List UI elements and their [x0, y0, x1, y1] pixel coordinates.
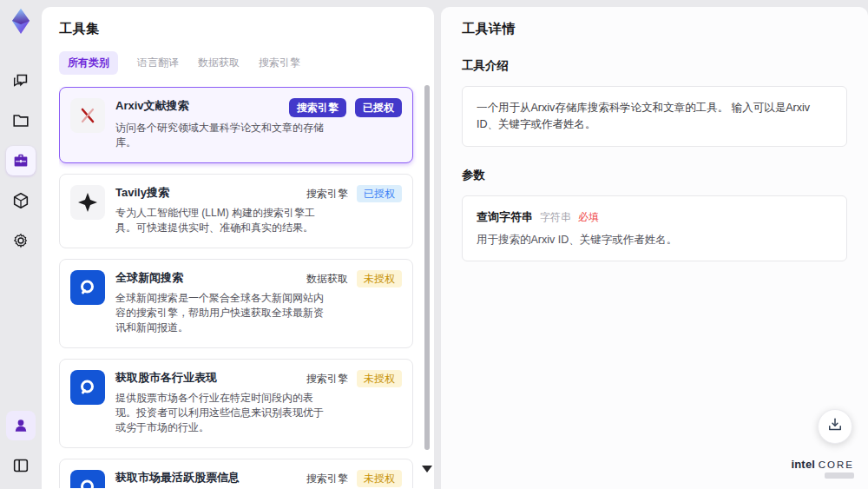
category-tab[interactable]: 语言翻译	[137, 51, 179, 75]
tool-name: 获取市场最活跃股票信息	[115, 470, 240, 485]
intel-product-text: CORE	[819, 459, 854, 470]
stock-sector-icon	[70, 370, 105, 405]
tool-name: Tavily搜索	[115, 185, 169, 200]
status-badge: 已授权	[357, 185, 402, 202]
category-tab[interactable]: 所有类别	[59, 51, 118, 75]
tool-list: Arxiv文献搜索 搜索引擎 已授权 访问各个研究领域大量科学论文和文章的存储库…	[59, 87, 417, 488]
status-badge: 未授权	[357, 370, 402, 387]
tavily-icon	[70, 185, 105, 220]
tool-description: 全球新闻搜索是一个聚合全球各大新闻网站内容的搜索引擎，帮助用户快速获取全球最新资…	[115, 291, 329, 335]
intro-heading: 工具介绍	[462, 58, 847, 74]
toolbox-icon	[11, 151, 30, 170]
app-logo[interactable]	[6, 7, 36, 36]
status-badge: 未授权	[357, 270, 402, 287]
tool-card[interactable]: Arxiv文献搜索 搜索引擎 已授权 访问各个研究领域大量科学论文和文章的存储库…	[59, 87, 413, 163]
chat-icon	[11, 71, 30, 90]
user-icon	[12, 417, 30, 434]
package-icon	[11, 191, 30, 210]
sidebar-item-chat[interactable]	[6, 66, 36, 96]
download-icon	[826, 416, 844, 437]
tool-name: 全球新闻搜索	[115, 270, 183, 285]
intro-text: 一个用于从Arxiv存储库搜索科学论文和文章的工具。 输入可以是Arxiv ID…	[477, 100, 832, 133]
params-heading: 参数	[462, 168, 847, 183]
param-name: 查询字符串	[477, 209, 533, 225]
panel-toggle-icon	[11, 456, 30, 475]
tool-detail-panel: 工具详情 工具介绍 一个用于从Arxiv存储库搜索科学论文和文章的工具。 输入可…	[441, 7, 868, 489]
param-description: 用于搜索的Arxiv ID、关键字或作者姓名。	[477, 233, 832, 248]
tool-list-panel: 工具集 所有类别 语言翻译 数据获取 搜索引擎 Arxiv文献搜索 搜索引擎 已…	[42, 7, 434, 489]
sidebar-item-files[interactable]	[6, 106, 36, 135]
param-card: 查询字符串 字符串 必填 用于搜索的Arxiv ID、关键字或作者姓名。	[462, 195, 847, 261]
global-news-icon	[70, 270, 105, 305]
param-required-badge: 必填	[578, 210, 599, 225]
sidebar-item-packages[interactable]	[6, 186, 36, 215]
settings-icon	[11, 231, 30, 250]
intro-box: 一个用于从Arxiv存储库搜索科学论文和文章的工具。 输入可以是Arxiv ID…	[462, 86, 847, 147]
intel-sub-badge	[825, 472, 854, 479]
category-badge: 搜索引擎	[306, 472, 348, 485]
category-badge: 搜索引擎	[289, 98, 346, 117]
category-badge: 搜索引擎	[306, 188, 348, 200]
tool-name: Arxiv文献搜索	[115, 98, 189, 113]
category-tab[interactable]: 搜索引擎	[259, 51, 300, 75]
tool-name: 获取股市各行业表现	[115, 370, 217, 385]
scrollbar	[424, 83, 430, 483]
sidebar-item-account[interactable]	[6, 411, 36, 440]
tool-card[interactable]: 获取市场最活跃股票信息 搜索引擎 未授权 提供当天交易量最高的股票列表，投资者可…	[59, 459, 413, 488]
param-type: 字符串	[540, 210, 571, 225]
status-badge: 未授权	[357, 470, 402, 487]
category-tab[interactable]: 数据获取	[198, 51, 240, 75]
sidebar-item-tools[interactable]	[6, 146, 36, 175]
category-badge: 数据获取	[306, 273, 348, 285]
param-list: 查询字符串 字符串 必填 用于搜索的Arxiv ID、关键字或作者姓名。	[462, 195, 847, 261]
detail-title: 工具详情	[462, 21, 847, 37]
tool-description: 专为人工智能代理 (LLM) 构建的搜索引擎工具。可快速提供实时、准确和真实的结…	[115, 206, 329, 235]
sidebar-rail	[0, 0, 42, 489]
tool-description: 访问各个研究领域大量科学论文和文章的存储库。	[115, 121, 329, 150]
tool-card[interactable]: 获取股市各行业表现 搜索引擎 未授权 提供股票市场各个行业在特定时间段内的表现。…	[59, 359, 413, 448]
scroll-down-icon[interactable]	[422, 466, 432, 472]
sidebar-item-collapse[interactable]	[6, 451, 36, 480]
intel-brand-text: intel	[791, 458, 815, 471]
sidebar-item-settings[interactable]	[6, 226, 36, 255]
intel-core-badge: intel CORE	[791, 458, 854, 479]
scrollbar-thumb[interactable]	[424, 85, 430, 450]
active-stock-icon	[70, 470, 105, 488]
download-button[interactable]	[818, 409, 852, 444]
tool-card[interactable]: Tavily搜索 搜索引擎 已授权 专为人工智能代理 (LLM) 构建的搜索引擎…	[59, 174, 413, 248]
status-badge: 已授权	[355, 98, 402, 117]
tool-description: 提供股票市场各个行业在特定时间段内的表现。投资者可以利用这些信息来识别表现优于或…	[115, 391, 329, 435]
arxiv-icon	[70, 98, 105, 133]
folder-icon	[11, 111, 30, 130]
tool-card[interactable]: 全球新闻搜索 数据获取 未授权 全球新闻搜索是一个聚合全球各大新闻网站内容的搜索…	[59, 259, 413, 348]
category-tabs: 所有类别 语言翻译 数据获取 搜索引擎	[59, 51, 417, 75]
category-badge: 搜索引擎	[306, 373, 348, 385]
page-title: 工具集	[59, 21, 417, 37]
